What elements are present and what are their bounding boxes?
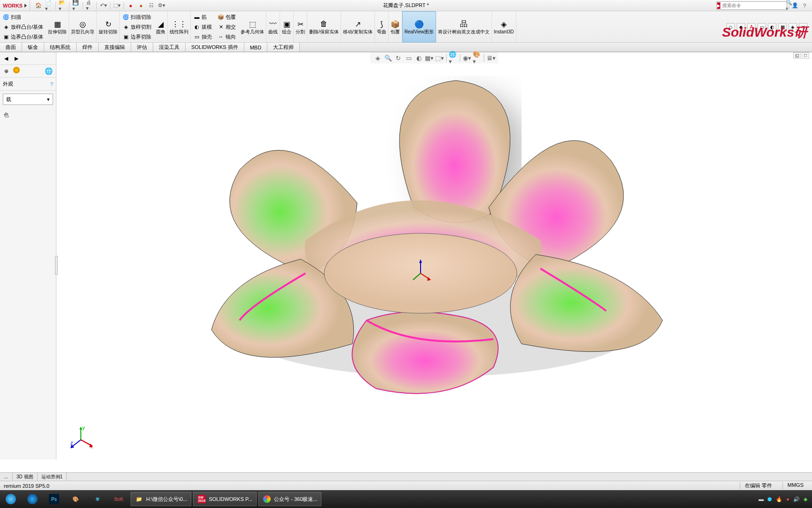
sweep-cut-button[interactable]: 🌀扫描切除 bbox=[122, 12, 152, 22]
rotate-icon[interactable]: ↻ bbox=[394, 53, 403, 63]
print-icon[interactable]: 🖨▾ bbox=[86, 2, 94, 9]
options-icon[interactable]: ⚙▾ bbox=[158, 2, 165, 9]
tab-mbd[interactable]: MBD bbox=[244, 43, 267, 52]
hole-wizard-button[interactable]: ◎异型孔向导 bbox=[69, 11, 97, 42]
section-icon[interactable]: ▭ bbox=[404, 53, 414, 63]
view-icon[interactable]: ◈ bbox=[373, 53, 383, 63]
fillet-button[interactable]: ◢圆角 bbox=[154, 11, 168, 42]
pinned-app-icon[interactable]: 8oK bbox=[108, 490, 130, 508]
flex-button[interactable]: ⟆弯曲 bbox=[375, 11, 389, 42]
isometric-icon[interactable]: ⬚▾ bbox=[435, 53, 445, 63]
extrude-cut-button[interactable]: ▦拉伸切除 bbox=[46, 11, 69, 42]
undo-icon[interactable]: ↶▾ bbox=[100, 2, 107, 9]
loft-button[interactable]: ◈放样凸台/基体 bbox=[2, 22, 44, 32]
restore-icon[interactable]: ◱ bbox=[793, 52, 801, 59]
sweep-button[interactable]: 🌀扫描 bbox=[2, 12, 44, 22]
viewport-icon[interactable]: 🖥▾ bbox=[486, 53, 496, 63]
maximize-icon[interactable]: □ bbox=[802, 52, 809, 59]
red-dot-icon[interactable]: ● bbox=[137, 2, 145, 9]
props-icon[interactable]: ☷ bbox=[148, 2, 155, 9]
mirror-button[interactable]: ↔镜向 bbox=[217, 32, 237, 41]
tab-evaluate[interactable]: 评估 bbox=[131, 43, 153, 52]
realview-button[interactable]: 🔵RealView图形 bbox=[402, 11, 436, 42]
sphere-icon[interactable] bbox=[13, 67, 20, 73]
units-status[interactable]: MMGS bbox=[782, 482, 808, 489]
tab-surface[interactable]: 曲面 bbox=[0, 43, 22, 52]
intersect-button[interactable]: ✕相交 bbox=[217, 22, 237, 32]
search-input[interactable] bbox=[720, 3, 784, 8]
doc-tab-3dview[interactable]: 3D 视图 bbox=[13, 473, 38, 481]
photoshop-icon[interactable]: Ps bbox=[43, 490, 65, 508]
pinned-app-icon[interactable]: ✾ bbox=[86, 490, 108, 508]
tray-icon[interactable]: 🔊 bbox=[793, 496, 800, 502]
rib-button[interactable]: ▬筋 bbox=[193, 12, 213, 22]
tab-render[interactable]: 渲染工具 bbox=[153, 43, 186, 52]
hide-icon[interactable]: ▦▾ bbox=[425, 53, 434, 63]
translate-tree-button[interactable]: 品将设计树由英文改成中文 bbox=[436, 11, 492, 42]
open-icon[interactable]: 📂▾ bbox=[59, 2, 66, 9]
gear-icon[interactable]: 🌐 bbox=[45, 67, 53, 76]
boundary-button[interactable]: ▣边界凸台/基体 bbox=[2, 32, 44, 41]
loft-cut-button[interactable]: ◈放样切割 bbox=[122, 22, 152, 32]
delete-body-button[interactable]: 🗑删除/保留实体 bbox=[307, 11, 341, 42]
taskbar-task-explorer[interactable]: 📁 H:\微信公众号\0... bbox=[131, 492, 191, 506]
start-button[interactable] bbox=[0, 490, 22, 508]
rebuild-icon[interactable]: ● bbox=[127, 2, 134, 9]
arrow-icon[interactable]: ◀ bbox=[2, 54, 10, 63]
wrap-button[interactable]: 📦包覆 bbox=[217, 12, 237, 22]
tab-structure[interactable]: 结构系统 bbox=[44, 43, 77, 52]
draft-button[interactable]: ◐拔模 bbox=[193, 22, 213, 32]
tab-weldments[interactable]: 焊件 bbox=[77, 43, 99, 52]
pinned-app-icon[interactable] bbox=[22, 490, 43, 508]
help-icon[interactable]: ? bbox=[50, 81, 53, 87]
save-icon[interactable]: 💾▾ bbox=[72, 2, 80, 9]
browser-icon bbox=[263, 495, 271, 503]
splitter-handle[interactable] bbox=[55, 256, 58, 275]
new-doc-icon[interactable]: 📄▾ bbox=[45, 2, 53, 9]
instant3d-button[interactable]: ◈Instant3D bbox=[492, 11, 516, 42]
scene-icon[interactable]: ◉▾ bbox=[462, 53, 472, 63]
tab-engineer[interactable]: 大工程师 bbox=[267, 43, 300, 52]
graphics-viewport[interactable]: ◈ 🔍 ↻ ▭ ◐ ▦▾ ⬚▾ 🌐▾ ◉▾ 🎨▾ 🖥▾ ◱ □ bbox=[56, 52, 812, 460]
pattern-button[interactable]: ⋮⋮线性阵列 bbox=[168, 11, 191, 42]
user-icon[interactable]: 👤 bbox=[791, 2, 799, 9]
arrow-icon[interactable]: ▶ bbox=[12, 54, 21, 63]
select-icon[interactable]: ⬚▾ bbox=[113, 2, 121, 9]
tray-icon[interactable]: ⬢ bbox=[767, 496, 772, 502]
move-copy-button[interactable]: ↗移动/复制实体 bbox=[341, 11, 375, 42]
wrap2-button[interactable]: 📦包覆 bbox=[389, 11, 402, 42]
pinned-app-icon[interactable]: 🎨 bbox=[65, 490, 86, 508]
display-icon[interactable]: ◐ bbox=[414, 53, 424, 63]
tray-icon[interactable]: 🔥 bbox=[776, 496, 782, 502]
appearance-icon[interactable]: 🎨▾ bbox=[473, 53, 482, 63]
sidebar-dropdown[interactable]: 载 ▾ bbox=[3, 94, 53, 105]
app-logo[interactable]: WORKS bbox=[0, 0, 30, 11]
tab-sheetmetal[interactable]: 钣金 bbox=[22, 43, 44, 52]
tray-icon[interactable]: ● bbox=[786, 496, 789, 502]
split-button[interactable]: ✂分割 bbox=[294, 11, 307, 42]
revolve-cut-button[interactable]: ↻旋转切除 bbox=[97, 11, 120, 42]
tab-addins[interactable]: SOLIDWORKS 插件 bbox=[186, 43, 244, 52]
combine-button[interactable]: ▣组合 bbox=[280, 11, 294, 42]
move-copy-icon: ↗ bbox=[353, 19, 362, 29]
boundary-cut-button[interactable]: ▣边界切除 bbox=[122, 32, 152, 41]
target-icon[interactable]: ⊕ bbox=[2, 67, 10, 75]
tray-icon[interactable]: ▬ bbox=[758, 496, 764, 502]
home-icon[interactable]: 🏠 bbox=[35, 2, 42, 9]
doc-tab-model[interactable]: … bbox=[0, 473, 13, 481]
tray-icon[interactable]: ◈ bbox=[804, 496, 807, 502]
label: 旋转切除 bbox=[99, 29, 117, 34]
tab-direct-edit[interactable]: 直接编辑 bbox=[99, 43, 131, 52]
curves-button[interactable]: 〰曲线 bbox=[266, 11, 280, 42]
taskbar-task-solidworks[interactable]: SW2019 SOLIDWORKS P... bbox=[193, 492, 257, 506]
help-icon[interactable]: ? bbox=[801, 2, 808, 9]
taskbar-task-browser[interactable]: 公众号 - 360极速... bbox=[258, 492, 321, 506]
doc-tab-motion[interactable]: 运动算例1 bbox=[38, 473, 67, 481]
display-style-icon[interactable]: 🌐▾ bbox=[449, 53, 458, 63]
ref-geom-button[interactable]: ⬚参考几何体 bbox=[239, 11, 266, 42]
split-icon: ✂ bbox=[296, 19, 305, 29]
command-search[interactable]: ▶ 🔍▾ bbox=[717, 1, 787, 10]
shell-button[interactable]: ▭抽壳 bbox=[193, 32, 213, 41]
orientation-triad[interactable]: y x z bbox=[70, 426, 94, 450]
zoom-icon[interactable]: 🔍 bbox=[383, 53, 393, 63]
